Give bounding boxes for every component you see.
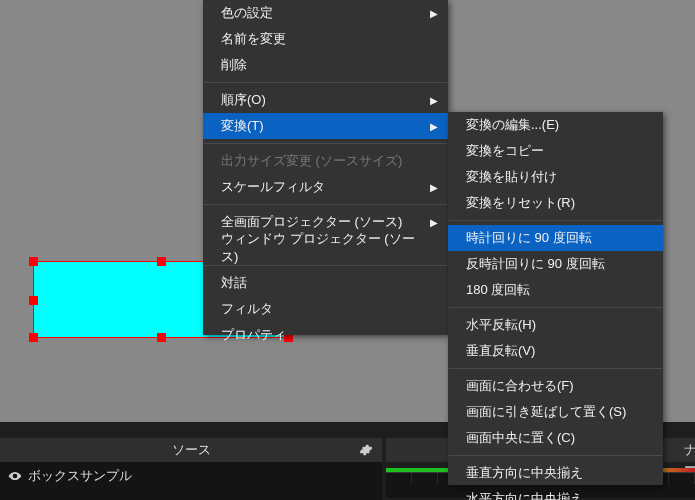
menu-item-label: 垂直反転(V): [466, 342, 535, 360]
menu-item-label: フィルタ: [221, 300, 273, 318]
menu-item-label: 変換を貼り付け: [466, 168, 557, 186]
menu-item-edit-transform[interactable]: 変換の編集...(E): [448, 112, 663, 138]
resize-handle-tl[interactable]: [29, 257, 38, 266]
menu-item-label: 180 度回転: [466, 281, 530, 299]
menu-separator: [204, 204, 447, 205]
menu-item-label: 全画面プロジェクター (ソース): [221, 213, 402, 231]
menu-item-fit-screen[interactable]: 画面に合わせる(F): [448, 373, 663, 399]
context-menu-source: 色の設定 ▶ 名前を変更 削除 順序(O) ▶ 変換(T) ▶ 出力サイズ変更 …: [203, 0, 448, 335]
menu-item-paste-transform[interactable]: 変換を貼り付け: [448, 164, 663, 190]
menu-item-rotate-cw-90[interactable]: 時計回りに 90 度回転: [448, 225, 663, 251]
sources-header-label: ソース: [172, 441, 211, 459]
menu-item-order[interactable]: 順序(O) ▶: [203, 87, 448, 113]
submenu-arrow-icon: ▶: [430, 182, 438, 193]
menu-item-rotate-180[interactable]: 180 度回転: [448, 277, 663, 303]
menu-item-label: 垂直方向に中央揃え: [466, 464, 583, 482]
menu-separator: [204, 82, 447, 83]
menu-item-label: 変換(T): [221, 117, 264, 135]
menu-item-label: スケールフィルタ: [221, 178, 325, 196]
menu-item-label: 画面に合わせる(F): [466, 377, 574, 395]
submenu-arrow-icon: ▶: [430, 95, 438, 106]
menu-separator: [449, 307, 662, 308]
sources-list: ボックスサンプル: [0, 462, 382, 500]
menu-item-properties[interactable]: プロパティ: [203, 322, 448, 348]
menu-item-label: プロパティ: [221, 326, 286, 344]
menu-item-label: 画面に引き延ばして置く(S): [466, 403, 626, 421]
menu-item-label: 時計回りに 90 度回転: [466, 229, 592, 247]
menu-item-transform[interactable]: 変換(T) ▶: [203, 113, 448, 139]
source-list-item[interactable]: ボックスサンプル: [8, 466, 374, 486]
resize-handle-bc[interactable]: [157, 333, 166, 342]
menu-item-center-vertical[interactable]: 垂直方向に中央揃え: [448, 460, 663, 486]
menu-item-label: 名前を変更: [221, 30, 286, 48]
menu-item-window-projector[interactable]: ウィンドウ プロジェクター (ソース): [203, 235, 448, 261]
sources-panel-header: ソース: [0, 438, 382, 462]
menu-item-label: 順序(O): [221, 91, 266, 109]
menu-item-filters[interactable]: フィルタ: [203, 296, 448, 322]
source-item-label: ボックスサンプル: [28, 467, 132, 485]
submenu-arrow-icon: ▶: [430, 217, 438, 228]
menu-item-interact[interactable]: 対話: [203, 270, 448, 296]
menu-item-label: 変換をコピー: [466, 142, 544, 160]
menu-item-label: 出力サイズ変更 (ソースサイズ): [221, 152, 402, 170]
menu-item-label: 変換の編集...(E): [466, 116, 559, 134]
menu-item-label: ウィンドウ プロジェクター (ソース): [221, 230, 426, 266]
gear-icon: [359, 443, 373, 457]
menu-item-flip-vertical[interactable]: 垂直反転(V): [448, 338, 663, 364]
menu-item-rename[interactable]: 名前を変更: [203, 26, 448, 52]
visibility-icon: [8, 469, 22, 483]
context-submenu-transform: 変換の編集...(E) 変換をコピー 変換を貼り付け 変換をリセット(R) 時計…: [448, 112, 663, 485]
menu-item-label: 変換をリセット(R): [466, 194, 575, 212]
menu-item-center-screen[interactable]: 画面中央に置く(C): [448, 425, 663, 451]
submenu-arrow-icon: ▶: [430, 121, 438, 132]
resize-handle-ml[interactable]: [29, 296, 38, 305]
resize-handle-tc[interactable]: [157, 257, 166, 266]
menu-item-rotate-ccw-90[interactable]: 反時計回りに 90 度回転: [448, 251, 663, 277]
menu-separator: [449, 368, 662, 369]
menu-item-label: 対話: [221, 274, 247, 292]
sources-settings-button[interactable]: [356, 440, 376, 460]
menu-separator: [449, 220, 662, 221]
menu-item-color-settings[interactable]: 色の設定 ▶: [203, 0, 448, 26]
menu-item-center-horizontal[interactable]: 水平方向に中央揃え: [448, 486, 663, 500]
menu-item-stretch-screen[interactable]: 画面に引き延ばして置く(S): [448, 399, 663, 425]
menu-item-label: 色の設定: [221, 4, 273, 22]
menu-item-output-size: 出力サイズ変更 (ソースサイズ): [203, 148, 448, 174]
menu-item-scale-filter[interactable]: スケールフィルタ ▶: [203, 174, 448, 200]
menu-item-delete[interactable]: 削除: [203, 52, 448, 78]
menu-separator: [204, 143, 447, 144]
menu-separator: [449, 455, 662, 456]
menu-item-flip-horizontal[interactable]: 水平反転(H): [448, 312, 663, 338]
menu-item-label: 水平反転(H): [466, 316, 536, 334]
menu-item-label: 水平方向に中央揃え: [466, 490, 583, 500]
menu-item-label: 反時計回りに 90 度回転: [466, 255, 605, 273]
submenu-arrow-icon: ▶: [430, 8, 438, 19]
menu-item-label: 画面中央に置く(C): [466, 429, 575, 447]
menu-item-label: 削除: [221, 56, 247, 74]
menu-item-copy-transform[interactable]: 変換をコピー: [448, 138, 663, 164]
resize-handle-bl[interactable]: [29, 333, 38, 342]
menu-item-reset-transform[interactable]: 変換をリセット(R): [448, 190, 663, 216]
